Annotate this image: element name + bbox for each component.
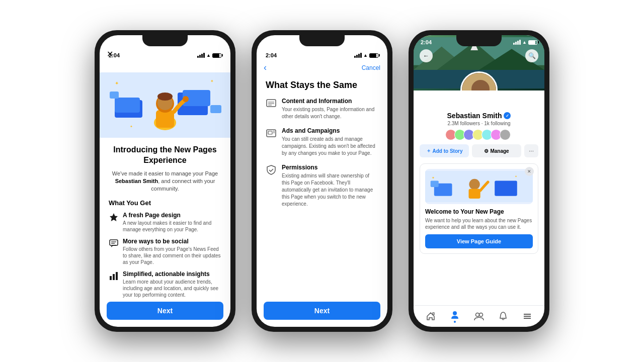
signal-icon-3 (513, 40, 521, 45)
followers-row (420, 129, 538, 140)
feature-title-1: A fresh Page design (123, 212, 221, 219)
action-buttons: ＋ Add to Story ⚙ Manage ··· (420, 144, 538, 157)
profile-body: Sebastian Smith ✓ 2.3M followers · 1k fo… (414, 90, 544, 305)
bottom-nav-notifications[interactable] (498, 311, 508, 321)
search-button-3[interactable]: 🔍 (525, 49, 538, 62)
stays-item-1: Content and Information Your existing po… (266, 98, 378, 120)
svg-rect-20 (110, 276, 112, 280)
status-bar-2: 2:04 ▲ (257, 48, 387, 59)
nav-bar-2: ‹ Cancel (257, 59, 387, 76)
stays-desc-3: Existing admins will share ownership of … (282, 172, 378, 208)
intro-illustration: ✦ ✦ ✦ (100, 72, 230, 138)
manage-button[interactable]: ⚙ Manage (472, 144, 521, 157)
screen2-title: What Stays the Same (266, 80, 378, 90)
view-page-guide-button[interactable]: View Page Guide (425, 234, 533, 248)
bell-icon (498, 311, 508, 321)
status-icons-3: ▲ (513, 39, 537, 45)
feature-item-1: A fresh Page design A new layout makes i… (109, 212, 221, 233)
notch-2 (299, 35, 345, 46)
bottom-nav (414, 305, 544, 327)
svg-point-48 (469, 179, 479, 190)
stays-desc-2: You can still create ads and manage camp… (282, 136, 378, 157)
what-you-get-heading: What You Get (109, 199, 221, 207)
close-button[interactable]: ✕ (107, 49, 113, 59)
manage-icon: ⚙ (484, 148, 489, 154)
svg-rect-49 (468, 189, 480, 199)
notch-3 (456, 35, 502, 46)
chart-icon (109, 271, 119, 281)
shield-icon (266, 164, 277, 175)
battery-icon-3 (528, 40, 537, 45)
chat-icon (109, 238, 119, 248)
time-3: 2:04 (421, 39, 432, 45)
bottom-nav-groups[interactable] (474, 311, 484, 321)
menu-icon (522, 311, 532, 321)
battery-icon (212, 53, 221, 58)
welcome-svg: ✦ ✦ (425, 169, 533, 204)
feature-desc-1: A new layout makes it easier to find and… (123, 220, 221, 233)
profile-name: Sebastian Smith (447, 112, 502, 120)
stays-item-2: Ads and Campaigns You can still create a… (266, 127, 378, 157)
feature-title-3: Simplified, actionable insights (123, 270, 221, 278)
svg-rect-21 (113, 274, 115, 280)
stays-title-1: Content and Information (282, 98, 378, 105)
svg-marker-16 (110, 213, 118, 221)
signal-icon (197, 53, 205, 58)
add-to-story-button[interactable]: ＋ Add to Story (420, 144, 469, 157)
svg-text:✦: ✦ (432, 176, 435, 180)
home-icon (426, 311, 436, 321)
bottom-nav-profile[interactable] (450, 310, 460, 323)
time-2: 2:04 (266, 52, 277, 58)
svg-rect-22 (116, 272, 118, 280)
group-icon (474, 311, 484, 321)
battery-icon-2 (369, 53, 378, 58)
intro-body: Introducing the New Pages Experience We'… (100, 138, 230, 298)
svg-point-15 (183, 96, 189, 102)
back-button-3[interactable]: ← (420, 49, 433, 62)
svg-rect-9 (210, 105, 221, 113)
feature-item-3: Simplified, actionable insights Learn mo… (109, 270, 221, 298)
bottom-nav-menu[interactable] (522, 311, 532, 321)
bottom-nav-home[interactable] (426, 311, 436, 321)
screen2-body: What Stays the Same Content and Informat… (257, 76, 387, 298)
welcome-card-close-button[interactable]: ✕ (525, 167, 534, 176)
intro-svg: ✦ ✦ ✦ (100, 72, 230, 138)
svg-point-53 (479, 313, 483, 317)
feature-item-2: More ways to be social Follow others fro… (109, 238, 221, 265)
cancel-button-2[interactable]: Cancel (362, 64, 380, 71)
follower-avatar-7 (500, 129, 511, 140)
svg-rect-47 (431, 180, 439, 187)
phone-3: 2:04 ▲ ← 🔍 (409, 30, 549, 332)
more-options-button[interactable]: ··· (524, 144, 538, 157)
profile-name-row: Sebastian Smith ✓ (420, 112, 538, 120)
wifi-icon: ▲ (206, 53, 211, 58)
next-button-1[interactable]: Next (107, 302, 223, 320)
notch-1 (142, 35, 188, 46)
svg-rect-8 (110, 92, 119, 99)
wifi-icon-2: ▲ (363, 53, 368, 58)
svg-rect-5 (115, 98, 140, 113)
profile-header-icons: ← 🔍 (414, 49, 544, 62)
svg-text:✦: ✦ (130, 125, 133, 128)
status-icons-2: ▲ (354, 53, 378, 58)
status-bar-1: 2:04 ▲ (100, 48, 230, 59)
stays-title-2: Ads and Campaigns (282, 127, 378, 134)
welcome-card-title: Welcome to Your New Page (425, 208, 533, 215)
svg-rect-17 (110, 240, 118, 245)
svg-rect-11 (156, 110, 174, 128)
stays-desc-1: Your existing posts, Page information an… (282, 106, 378, 120)
welcome-illustration: ✦ ✦ (425, 169, 533, 204)
active-indicator (454, 321, 456, 323)
stays-item-3: Permissions Existing admins will share o… (266, 164, 378, 208)
next-button-2[interactable]: Next (264, 302, 380, 320)
svg-text:✦: ✦ (115, 80, 119, 86)
back-button-2[interactable]: ‹ (264, 62, 267, 73)
svg-rect-28 (268, 131, 272, 134)
feature-desc-2: Follow others from your Page's News Feed… (123, 246, 221, 265)
add-icon: ＋ (426, 147, 431, 154)
status-icons-1: ▲ (197, 53, 221, 58)
screen1-content: Introducing the New Pages Experience We'… (100, 138, 230, 327)
dots-icon: ··· (529, 147, 534, 154)
person-icon (450, 310, 460, 320)
svg-text:✦: ✦ (515, 174, 517, 178)
